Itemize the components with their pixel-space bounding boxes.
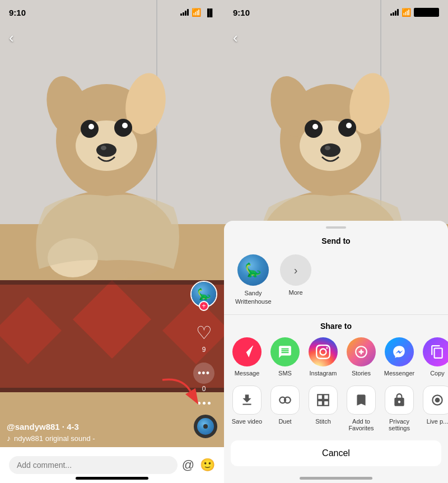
- left-panel: 9:10 📶 ▐▌ ‹ 🦕 + ♡ 9: [0, 0, 224, 483]
- music-note-icon: ♪: [7, 434, 11, 443]
- duet-button[interactable]: Duet: [269, 386, 301, 425]
- stitch-label: Stitch: [315, 418, 331, 425]
- second-icons-row: Save video Duet: [224, 386, 448, 436]
- status-icons: 📶 ▐▌: [180, 8, 215, 17]
- status-bar: 9:10 📶 ▐▌: [0, 0, 224, 25]
- instagram-icon: [309, 337, 338, 366]
- svg-point-17: [96, 143, 116, 157]
- svg-rect-51: [318, 394, 323, 400]
- like-count: 9: [202, 346, 206, 354]
- more-icon: ›: [280, 254, 311, 286]
- music-disc: [194, 415, 217, 438]
- right-battery-icon: ▓▓▓▓: [414, 8, 439, 17]
- svg-marker-3: [73, 280, 151, 359]
- live-photo-button[interactable]: Live p...: [421, 386, 448, 425]
- copy-label: Copy: [430, 370, 445, 377]
- share-message[interactable]: Message: [231, 337, 263, 377]
- save-video-button[interactable]: Save video: [231, 386, 263, 425]
- comment-actions: @ 🙂: [182, 458, 215, 472]
- svg-point-11: [121, 70, 170, 137]
- contact-sandy[interactable]: 🦕 SandyWrittenhouse: [235, 254, 271, 305]
- svg-point-13: [81, 120, 99, 138]
- mention-icon[interactable]: @: [182, 458, 194, 472]
- original-sound-label: original sound -: [45, 434, 95, 443]
- privacy-icon: [385, 386, 414, 415]
- add-favorites-button[interactable]: Add to Favorites: [345, 386, 377, 431]
- three-dots-icon: [198, 402, 211, 405]
- send-to-title: Send to: [224, 229, 448, 251]
- share-messenger[interactable]: Messenger: [383, 337, 416, 377]
- back-button[interactable]: ‹: [9, 29, 14, 47]
- copy-icon: [423, 337, 448, 366]
- share-hint[interactable]: [198, 402, 211, 405]
- svg-point-10: [40, 72, 94, 141]
- stories-label: Stories: [352, 370, 371, 377]
- signal-icon: [180, 9, 189, 16]
- contact-name: SandyWrittenhouse: [235, 289, 271, 305]
- svg-marker-4: [0, 297, 62, 364]
- save-video-label: Save video: [232, 418, 262, 425]
- svg-point-39: [346, 123, 352, 128]
- svg-rect-54: [324, 401, 329, 406]
- instagram-label: Instagram: [310, 370, 337, 377]
- battery-icon: ▐▌: [205, 8, 215, 17]
- save-video-icon: [232, 386, 262, 415]
- right-back-button[interactable]: ‹: [233, 29, 238, 47]
- svg-point-21: [115, 237, 165, 276]
- share-icons-row: Message SMS Instagram: [224, 337, 448, 386]
- share-copy[interactable]: Copy: [421, 337, 448, 377]
- svg-point-15: [88, 124, 94, 129]
- more-contacts-button[interactable]: › More: [280, 254, 311, 296]
- share-instagram[interactable]: Instagram: [307, 337, 339, 377]
- comment-count: 0: [202, 385, 206, 393]
- share-sheet: Send to 🦕 SandyWrittenhouse › More Share…: [224, 221, 448, 483]
- status-time: 9:10: [9, 8, 26, 17]
- stitch-icon: [309, 386, 338, 415]
- svg-point-12: [76, 120, 137, 171]
- sound-info[interactable]: ♪ ndyw881 original sound -: [7, 434, 185, 443]
- duet-label: Duet: [278, 418, 291, 425]
- comment-input[interactable]: [9, 456, 178, 474]
- svg-point-20: [48, 238, 98, 277]
- privacy-label: Privacy settings: [383, 418, 416, 431]
- svg-rect-52: [324, 394, 329, 400]
- messenger-label: Messenger: [384, 370, 414, 377]
- svg-point-14: [114, 119, 132, 137]
- video-info: @sandyw881 · 4-3 ♪ ndyw881 original soun…: [7, 422, 185, 443]
- right-wifi-icon: 📶: [402, 8, 411, 17]
- wifi-icon: 📶: [192, 8, 201, 17]
- duet-icon: [270, 386, 300, 415]
- svg-rect-0: [0, 0, 224, 224]
- stitch-button[interactable]: Stitch: [307, 386, 339, 425]
- svg-point-16: [122, 123, 128, 128]
- live-icon: [423, 386, 448, 415]
- right-status-time: 9:10: [233, 8, 250, 17]
- right-home-indicator: [300, 477, 372, 480]
- stories-icon: [347, 337, 376, 366]
- contact-avatar: 🦕: [237, 254, 269, 286]
- cancel-button[interactable]: Cancel: [231, 440, 441, 466]
- send-to-row: 🦕 SandyWrittenhouse › More: [224, 251, 448, 314]
- share-stories[interactable]: Stories: [345, 337, 377, 377]
- right-status-icons: 📶 ▓▓▓▓: [390, 8, 439, 17]
- follow-badge[interactable]: +: [199, 301, 209, 311]
- svg-point-19: [39, 191, 174, 280]
- share-to-title: Share to: [224, 322, 448, 337]
- share-sms[interactable]: SMS: [269, 337, 301, 377]
- svg-point-9: [56, 84, 157, 196]
- emoji-icon[interactable]: 🙂: [200, 458, 215, 472]
- creator-username: @sandyw881 · 4-3: [7, 422, 185, 431]
- creator-avatar[interactable]: 🦕 +: [190, 281, 217, 308]
- svg-point-38: [312, 124, 318, 129]
- right-panel: 9:10 📶 ▓▓▓▓ ‹ Send to 🦕 SandyWrittenhous…: [224, 0, 448, 483]
- messenger-icon: [385, 337, 414, 366]
- sound-text: ndyw881 original sound -: [14, 434, 95, 443]
- sms-label: SMS: [278, 370, 292, 377]
- privacy-settings-button[interactable]: Privacy settings: [383, 386, 416, 431]
- live-label: Live p...: [427, 418, 448, 425]
- home-indicator: [76, 477, 148, 480]
- right-status-bar: 9:10 📶 ▓▓▓▓: [224, 0, 448, 25]
- favorites-icon: [347, 386, 376, 415]
- like-button[interactable]: ♡ 9: [192, 321, 216, 354]
- svg-point-55: [435, 398, 440, 403]
